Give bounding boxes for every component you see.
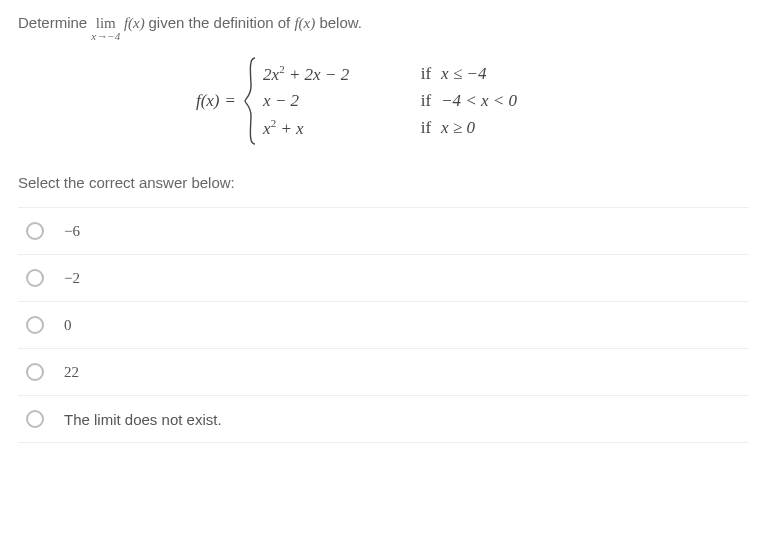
answer-option[interactable]: −2 <box>18 255 749 302</box>
radio-icon <box>26 316 44 334</box>
func-fx2: f(x) <box>294 15 315 31</box>
left-brace-icon <box>243 56 257 146</box>
question-mid: given the definition of <box>149 14 295 31</box>
piecewise-cases: 2x2 + 2x − 2 if x ≤ −4 x − 2 if −4 < x <… <box>257 59 571 142</box>
answer-option[interactable]: 22 <box>18 349 749 396</box>
case-if: if <box>403 64 441 84</box>
case-expr: 2x2 + 2x − 2 <box>263 63 403 85</box>
piecewise-definition: f(x) = 2x2 + 2x − 2 if x ≤ −4 x − 2 if −… <box>18 56 749 146</box>
answer-options: −6 −2 0 22 The limit does not exist. <box>18 207 749 443</box>
case-cond: −4 < x < 0 <box>441 91 571 111</box>
select-prompt: Select the correct answer below: <box>18 174 749 191</box>
answer-option[interactable]: −6 <box>18 208 749 255</box>
answer-option[interactable]: The limit does not exist. <box>18 396 749 443</box>
case-if: if <box>403 91 441 111</box>
radio-icon <box>26 410 44 428</box>
piecewise-lhs: f(x) <box>196 91 220 111</box>
option-label: 22 <box>64 364 79 381</box>
equals-sign: = <box>226 91 236 111</box>
option-label: 0 <box>64 317 72 334</box>
limit-notation: lim x→−4 <box>91 16 120 42</box>
answer-option[interactable]: 0 <box>18 302 749 349</box>
case-expr: x2 + x <box>263 117 403 139</box>
option-label: −6 <box>64 223 80 240</box>
question-prefix: Determine <box>18 14 91 31</box>
radio-icon <box>26 269 44 287</box>
question-stem: Determine lim x→−4 f(x) given the defini… <box>18 12 749 38</box>
case-cond: x ≥ 0 <box>441 118 571 138</box>
radio-icon <box>26 363 44 381</box>
radio-icon <box>26 222 44 240</box>
option-label: The limit does not exist. <box>64 411 222 428</box>
func-fx: f(x) <box>124 15 149 31</box>
question-suffix: below. <box>319 14 362 31</box>
case-expr: x − 2 <box>263 91 403 111</box>
case-cond: x ≤ −4 <box>441 64 571 84</box>
option-label: −2 <box>64 270 80 287</box>
case-if: if <box>403 118 441 138</box>
